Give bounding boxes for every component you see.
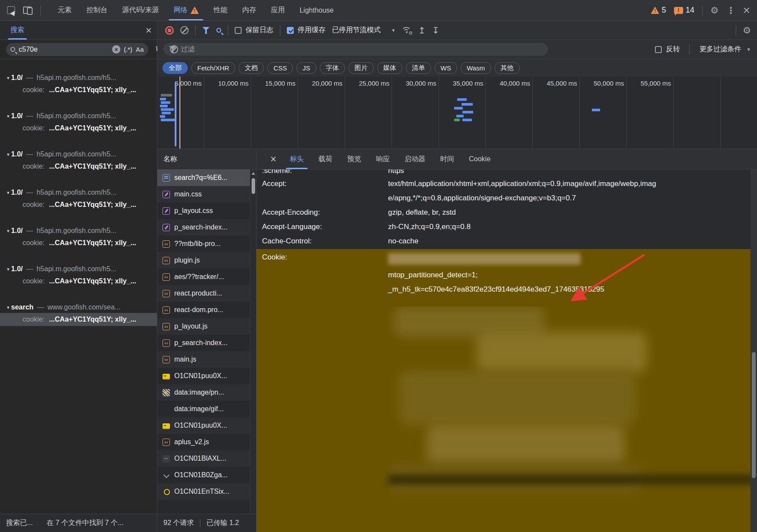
- filter-chip[interactable]: 字体: [320, 62, 345, 74]
- search-result-file-row[interactable]: ▾ 1.0/ — h5api.m.goofish.com/h5...: [0, 225, 157, 236]
- details-tab[interactable]: 载荷: [311, 149, 340, 169]
- filter-chip[interactable]: Wasm: [461, 62, 491, 74]
- search-result-file-row[interactable]: ▾ 1.0/ — h5api.m.goofish.com/h5...: [0, 72, 157, 83]
- clear-search-icon[interactable]: ×: [112, 45, 120, 53]
- disable-cache-checkbox[interactable]: 停用缓存: [287, 26, 325, 35]
- scrollbar-thumb[interactable]: [752, 352, 756, 478]
- search-result-match-row[interactable]: cookie: ...CAa+YC1Yqq51Y; xlly_...: [0, 198, 157, 211]
- search-result-match-row[interactable]: cookie: ...CAa+YC1Yqq51Y; xlly_...: [0, 275, 157, 288]
- request-row[interactable]: p_layout.js: [157, 318, 250, 335]
- request-row[interactable]: aes/??tracker/...: [157, 269, 250, 285]
- devtools-tab[interactable]: 内存 !: [235, 0, 263, 20]
- divider: [195, 25, 196, 36]
- request-row[interactable]: main.js: [157, 351, 250, 368]
- search-input[interactable]: [19, 46, 109, 53]
- name-column-header[interactable]: 名称: [157, 149, 256, 170]
- filter-chip[interactable]: Fetch/XHR: [191, 62, 235, 74]
- filter-chip[interactable]: WS: [435, 62, 457, 74]
- checkbox-unchecked: [655, 46, 662, 53]
- search-result-match-row[interactable]: cookie: ...CAa+YC1Yqq51Y; xlly_...: [0, 160, 157, 173]
- request-row[interactable]: O1CN01BlAXL...: [157, 450, 250, 467]
- request-row[interactable]: O1CN01puu0X...: [157, 368, 250, 384]
- details-tab[interactable]: 启动器: [397, 149, 433, 169]
- filter-chip[interactable]: 图片: [349, 62, 374, 74]
- network-settings-gear-icon[interactable]: ⚙: [743, 26, 751, 35]
- search-result-file-row[interactable]: ▾ search — www.goofish.com/sea...: [0, 302, 157, 313]
- devtools-tab[interactable]: 性能 !: [206, 0, 235, 20]
- search-input-pill[interactable]: × (.*) Aa: [6, 43, 148, 56]
- request-row[interactable]: aplus_v2.js: [157, 434, 250, 450]
- toggle-device-toolbar-icon[interactable]: [23, 6, 33, 15]
- preserve-log-checkbox[interactable]: 保留日志: [235, 26, 273, 35]
- search-result-file-row[interactable]: ▾ 1.0/ — h5api.m.goofish.com/h5...: [0, 187, 157, 198]
- request-row[interactable]: p_layout.css: [157, 203, 250, 219]
- request-row[interactable]: p_search-index...: [157, 335, 250, 351]
- search-result-file-row[interactable]: ▾ 1.0/ — h5api.m.goofish.com/h5...: [0, 149, 157, 160]
- devtools-tab[interactable]: Lighthouse !: [292, 0, 341, 20]
- request-row[interactable]: main.css: [157, 186, 250, 203]
- filter-chip[interactable]: 文档: [239, 62, 264, 74]
- regex-toggle-button[interactable]: (.*): [124, 46, 132, 53]
- more-filters-dropdown[interactable]: 更多过滤条件 ▾: [699, 45, 750, 54]
- clear-network-log-button[interactable]: [180, 26, 189, 34]
- request-row[interactable]: p_search-index...: [157, 219, 250, 236]
- details-tab[interactable]: Cookie: [462, 149, 498, 169]
- issues-badge[interactable]: ! 14: [674, 6, 694, 15]
- devtools-tab[interactable]: 源代码/来源 !: [115, 0, 166, 20]
- filter-chip[interactable]: 清单: [406, 62, 431, 74]
- close-details-icon[interactable]: ×: [264, 149, 282, 169]
- invert-filter-checkbox[interactable]: 反转: [655, 45, 680, 54]
- tab-label: 内存: [242, 6, 256, 15]
- scrollbar-thumb[interactable]: [252, 178, 255, 194]
- search-result-match-row[interactable]: cookie: ...CAa+YC1Yqq51Y; xlly_...: [0, 313, 157, 326]
- more-menu-icon[interactable]: ⋮: [727, 6, 735, 15]
- devtools-tab[interactable]: 应用 !: [263, 0, 292, 20]
- search-result-file-row[interactable]: ▾ 1.0/ — h5api.m.goofish.com/h5...: [0, 263, 157, 275]
- import-har-icon[interactable]: ↥: [418, 26, 426, 35]
- details-tab[interactable]: 标头: [282, 149, 311, 169]
- search-panel-tab[interactable]: 搜索: [9, 21, 26, 40]
- request-row[interactable]: search?q=%E6...: [157, 170, 250, 186]
- request-row[interactable]: react-dom.pro...: [157, 302, 250, 318]
- inspect-element-icon[interactable]: [7, 6, 15, 14]
- request-row[interactable]: O1CN01B0Zga...: [157, 467, 250, 483]
- network-conditions-icon[interactable]: ⚙: [402, 26, 412, 35]
- request-row[interactable]: O1CN01EnTSix...: [157, 483, 250, 500]
- throttling-select[interactable]: 已停用节流模式 ▾: [332, 26, 395, 35]
- details-scrollbar[interactable]: [750, 170, 757, 532]
- search-network-icon[interactable]: [216, 28, 221, 33]
- devtools-tab[interactable]: 控制台 !: [79, 0, 115, 20]
- request-list-scrollbar[interactable]: [250, 170, 256, 514]
- search-result-match-row[interactable]: cookie: ...CAa+YC1Yqq51Y; xlly_...: [0, 83, 157, 96]
- filter-input[interactable]: 过滤: [163, 43, 548, 56]
- match-case-toggle-button[interactable]: Aa: [136, 46, 144, 53]
- network-overview-timeline[interactable]: 5,000 ms10,000 ms15,000 ms20,000 ms25,00…: [157, 76, 757, 149]
- close-devtools-icon[interactable]: ×: [743, 4, 750, 17]
- console-errors-badge[interactable]: ! 5: [651, 6, 666, 15]
- filter-chip[interactable]: 其他: [495, 62, 520, 74]
- settings-gear-icon[interactable]: ⚙: [711, 6, 719, 15]
- search-result-file-row[interactable]: ▾ 1.0/ — h5api.m.goofish.com/h5...: [0, 110, 157, 122]
- request-row[interactable]: react.producti...: [157, 285, 250, 302]
- filter-chip[interactable]: 媒体: [377, 62, 402, 74]
- export-har-icon[interactable]: ↧: [432, 26, 439, 35]
- filter-chip[interactable]: 全部: [163, 62, 188, 74]
- filter-icon[interactable]: [202, 27, 210, 34]
- record-network-log-button[interactable]: [165, 26, 174, 35]
- chip-label: 字体: [326, 64, 339, 72]
- details-tab[interactable]: 预览: [340, 149, 369, 169]
- request-row[interactable]: data:image/gif...: [157, 401, 250, 417]
- filter-chip[interactable]: JS: [296, 62, 316, 74]
- search-result-match-row[interactable]: cookie: ...CAa+YC1Yqq51Y; xlly_...: [0, 122, 157, 135]
- request-row[interactable]: ??mtb/lib-pro...: [157, 236, 250, 252]
- devtools-tab[interactable]: 网络 !: [166, 0, 206, 20]
- search-result-match-row[interactable]: cookie: ...CAa+YC1Yqq51Y; xlly_...: [0, 236, 157, 249]
- devtools-tab[interactable]: 元素 !: [50, 0, 79, 20]
- request-row[interactable]: O1CN01puu0X...: [157, 417, 250, 434]
- filter-chip[interactable]: CSS: [267, 62, 293, 74]
- details-tab[interactable]: 时间: [433, 149, 462, 169]
- details-tab[interactable]: 响应: [369, 149, 397, 169]
- close-search-panel-icon[interactable]: ×: [146, 24, 152, 37]
- request-row[interactable]: plugin.js: [157, 252, 250, 269]
- request-row[interactable]: data:image/pn...: [157, 384, 250, 401]
